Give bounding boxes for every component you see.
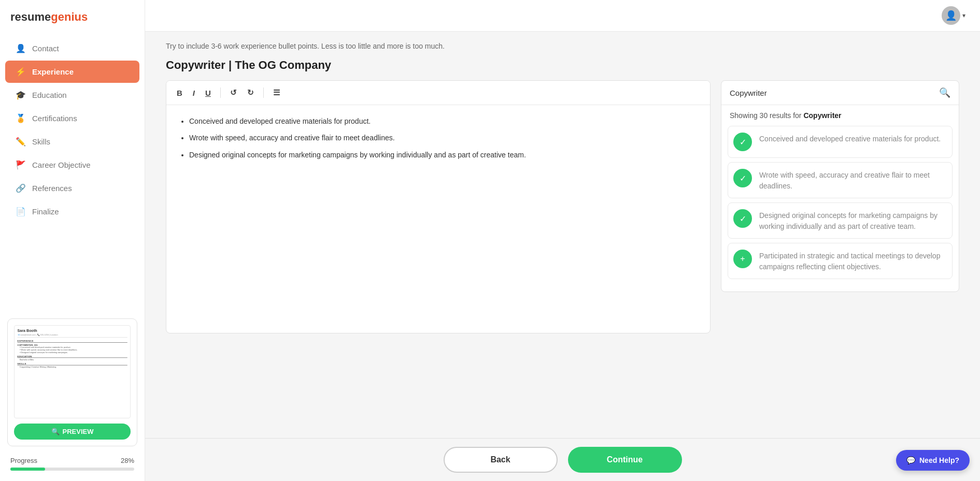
mock-bullet2: • Wrote with speed, accuracy and creativ… xyxy=(20,349,127,351)
sidebar-item-label: Contact xyxy=(32,44,59,53)
progress-bar-fill xyxy=(10,468,45,471)
experience-icon: ⚡ xyxy=(16,67,26,77)
editor-toolbar: B I U ↺ ↻ ☰ xyxy=(166,81,710,105)
mock-edu-title: EDUCATION xyxy=(18,355,127,358)
editor-bullets-list: Conceived and developed creative materia… xyxy=(179,115,698,161)
sidebar-item-label: Experience xyxy=(32,67,74,76)
suggestion-item[interactable]: ✓ Conceived and developed creative mater… xyxy=(728,126,953,158)
list-button[interactable]: ☰ xyxy=(270,86,283,99)
undo-button[interactable]: ↺ xyxy=(227,86,240,99)
resume-thumbnail: Sara Booth 📧 sara@email.com | 📞 555-1234… xyxy=(14,325,131,418)
mock-edu: Bachelor of Arts xyxy=(20,359,127,361)
certifications-icon: 🏅 xyxy=(16,113,26,123)
bold-button[interactable]: B xyxy=(174,86,186,99)
suggestion-item[interactable]: ✓ Wrote with speed, accuracy and creativ… xyxy=(728,162,953,198)
continue-button[interactable]: Continue xyxy=(568,447,682,473)
sidebar-item-finalize[interactable]: 📄Finalize xyxy=(5,200,139,223)
suggestions-search-bar: 🔍 xyxy=(721,81,959,105)
editor-suggestions-row: B I U ↺ ↻ ☰ Conceived and developed crea… xyxy=(166,80,959,333)
redo-button[interactable]: ↻ xyxy=(244,86,257,99)
mock-name: Sara Booth xyxy=(18,329,127,333)
sidebar-item-experience[interactable]: ⚡Experience xyxy=(5,61,139,83)
logo: resumegenius xyxy=(0,0,145,32)
toolbar-divider2 xyxy=(263,88,264,98)
logo-part1: resume xyxy=(10,10,51,23)
preview-label: PREVIEW xyxy=(63,428,94,435)
sidebar-item-label: Career Objective xyxy=(32,161,91,169)
editor-bullet: Wrote with speed, accuracy and creative … xyxy=(189,132,698,143)
sidebar-item-references[interactable]: 🔗References xyxy=(5,177,139,199)
toolbar-divider xyxy=(220,88,221,98)
suggestions-meta: Showing 30 results for Copywriter xyxy=(721,105,959,124)
underline-button[interactable]: U xyxy=(202,86,214,99)
suggestion-text: Designed original concepts for marketing… xyxy=(759,209,947,232)
italic-button[interactable]: I xyxy=(190,86,198,99)
hint-text: Try to include 3-6 work experience bulle… xyxy=(166,32,959,59)
editor-bullet: Designed original concepts for marketing… xyxy=(189,149,698,161)
suggestion-check-icon: ✓ xyxy=(733,209,752,228)
sidebar-item-career-objective[interactable]: 🚩Career Objective xyxy=(5,154,139,176)
skills-icon: ✏️ xyxy=(16,137,26,147)
need-help-button[interactable]: 💬 Need Help? xyxy=(896,450,970,471)
sidebar-item-skills[interactable]: ✏️Skills xyxy=(5,130,139,153)
mock-skills-title: SKILLS xyxy=(18,362,127,366)
bottom-nav: Back Continue xyxy=(145,438,980,481)
suggestion-text: Participated in strategic and tactical m… xyxy=(759,250,947,272)
suggestions-term: Copywriter xyxy=(803,111,841,120)
sidebar-item-certifications[interactable]: 🏅Certifications xyxy=(5,107,139,129)
preview-icon: 🔍 xyxy=(51,428,60,435)
references-icon: 🔗 xyxy=(16,183,26,193)
progress-percent: 28% xyxy=(121,457,134,464)
editor-panel: B I U ↺ ↻ ☰ Conceived and developed crea… xyxy=(166,80,711,333)
need-help-label: Need Help? xyxy=(919,456,959,464)
suggestion-check-icon: + xyxy=(733,250,752,268)
suggestion-item[interactable]: + Participated in strategic and tactical… xyxy=(728,243,953,279)
nav-items: 👤Contact⚡Experience🎓Education🏅Certificat… xyxy=(0,32,145,313)
progress-bar-bg xyxy=(10,468,134,471)
editor-content[interactable]: Conceived and developed creative materia… xyxy=(166,105,710,333)
search-icon-button[interactable]: 🔍 xyxy=(939,87,950,98)
sidebar-item-label: Education xyxy=(32,91,67,99)
main: 👤 ▾ Try to include 3-6 work experience b… xyxy=(145,0,980,481)
preview-card: Sara Booth 📧 sara@email.com | 📞 555-1234… xyxy=(7,318,137,446)
user-avatar[interactable]: 👤 xyxy=(942,6,960,25)
suggestion-text: Wrote with speed, accuracy and creative … xyxy=(759,169,947,192)
suggestions-list: ✓ Conceived and developed creative mater… xyxy=(721,124,959,291)
finalize-icon: 📄 xyxy=(16,207,26,216)
chat-icon: 💬 xyxy=(906,456,915,464)
sidebar-item-label: Certifications xyxy=(32,114,77,123)
suggestions-panel: 🔍 Showing 30 results for Copywriter ✓ Co… xyxy=(721,80,959,292)
content-area: Try to include 3-6 work experience bulle… xyxy=(145,32,980,438)
progress-section: Progress 28% xyxy=(0,450,145,481)
mock-contact: 📧 sara@email.com | 📞 555-1234 | Location xyxy=(18,334,127,338)
job-title-heading: Copywriter | The OG Company xyxy=(166,59,959,72)
topbar: 👤 ▾ xyxy=(145,0,980,32)
sidebar-item-contact[interactable]: 👤Contact xyxy=(5,37,139,60)
sidebar-item-label: Finalize xyxy=(32,207,59,216)
progress-label: Progress 28% xyxy=(10,457,134,464)
mock-bullet1: • Conceived and developed creative mater… xyxy=(20,346,127,348)
back-button[interactable]: Back xyxy=(444,447,558,473)
editor-bullet: Conceived and developed creative materia… xyxy=(189,115,698,127)
suggestion-check-icon: ✓ xyxy=(733,133,752,151)
career-objective-icon: 🚩 xyxy=(16,160,26,170)
sidebar-item-education[interactable]: 🎓Education xyxy=(5,84,139,106)
sidebar-item-label: References xyxy=(32,184,72,193)
suggestion-text: Conceived and developed creative materia… xyxy=(759,133,941,144)
suggestion-check-icon: ✓ xyxy=(733,169,752,187)
sidebar-item-label: Skills xyxy=(32,137,50,146)
preview-button[interactable]: 🔍 PREVIEW xyxy=(14,424,131,440)
resume-mock: Sara Booth 📧 sara@email.com | 📞 555-1234… xyxy=(15,326,130,372)
education-icon: 🎓 xyxy=(16,90,26,100)
user-chevron-icon[interactable]: ▾ xyxy=(962,12,965,19)
logo-part2: genius xyxy=(51,10,88,23)
mock-skills: Copywriting | Creative Writing | Marketi… xyxy=(20,366,127,368)
sidebar: resumegenius 👤Contact⚡Experience🎓Educati… xyxy=(0,0,145,481)
suggestion-item[interactable]: ✓ Designed original concepts for marketi… xyxy=(728,202,953,239)
mock-exp-title: EXPERIENCE xyxy=(18,340,127,343)
contact-icon: 👤 xyxy=(16,43,26,53)
suggestions-search-input[interactable] xyxy=(730,89,935,97)
mock-bullet3: • Designed original concepts for marketi… xyxy=(20,352,127,354)
